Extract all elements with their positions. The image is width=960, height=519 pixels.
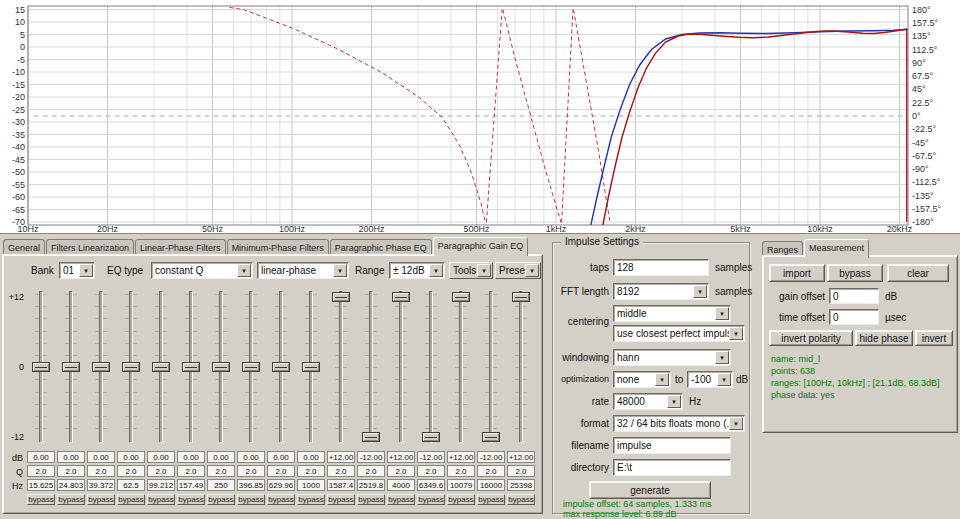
slider-handle[interactable] (92, 362, 110, 372)
slider-track[interactable] (399, 291, 403, 443)
slider-handle[interactable] (512, 292, 530, 302)
rate-select[interactable]: 48000 ▼ (613, 393, 683, 410)
q-value-cell-5[interactable]: 2.0 (147, 465, 175, 477)
eq-band-slider-1[interactable] (27, 289, 55, 445)
gain-value-cell-2[interactable]: 0.00 (57, 451, 85, 463)
windowing-select[interactable]: hann ▼ (613, 349, 731, 366)
bypass-button-5[interactable]: bypass (147, 494, 175, 505)
bypass-button-11[interactable]: bypass (327, 494, 355, 505)
slider-track[interactable] (339, 291, 343, 443)
eq-band-slider-12[interactable] (357, 289, 385, 445)
slider-handle[interactable] (302, 362, 320, 372)
q-value-cell-15[interactable]: 2.0 (447, 465, 475, 477)
slider-handle[interactable] (242, 362, 260, 372)
q-value-cell-10[interactable]: 2.0 (297, 465, 325, 477)
q-value-cell-16[interactable]: 2.0 (477, 465, 505, 477)
bypass-button-13[interactable]: bypass (387, 494, 415, 505)
gain-value-cell-14[interactable]: -12.00 (417, 451, 445, 463)
bypass-button-9[interactable]: bypass (267, 494, 295, 505)
slider-track[interactable] (429, 291, 433, 443)
gain-value-cell-11[interactable]: +12.00 (327, 451, 355, 463)
tab-measurement[interactable]: Measurement (804, 239, 869, 258)
slider-handle[interactable] (272, 362, 290, 372)
gain-value-cell-6[interactable]: 0.00 (177, 451, 205, 463)
slider-handle[interactable] (422, 432, 440, 442)
eq-band-slider-15[interactable] (447, 289, 475, 445)
slider-track[interactable] (489, 291, 493, 443)
eq-band-slider-10[interactable] (297, 289, 325, 445)
eq-band-slider-3[interactable] (87, 289, 115, 445)
hide-phase-button[interactable]: hide phase (855, 330, 913, 346)
bypass-button-6[interactable]: bypass (177, 494, 205, 505)
q-value-cell-3[interactable]: 2.0 (87, 465, 115, 477)
bypass-button-12[interactable]: bypass (357, 494, 385, 505)
slider-handle[interactable] (32, 362, 50, 372)
gain-value-cell-10[interactable]: 0.00 (297, 451, 325, 463)
q-value-cell-1[interactable]: 2.0 (27, 465, 55, 477)
eq-band-slider-5[interactable] (147, 289, 175, 445)
tab-paragraphic-gain-eq[interactable]: Paragraphic Gain EQ (433, 237, 529, 256)
taps-input[interactable]: 128 (613, 259, 709, 276)
slider-handle[interactable] (62, 362, 80, 372)
optimization-select[interactable]: none ▼ (613, 371, 671, 388)
gain-value-cell-3[interactable]: 0.00 (87, 451, 115, 463)
eq-band-slider-9[interactable] (267, 289, 295, 445)
time-offset-input[interactable]: 0 (829, 309, 879, 325)
gain-value-cell-17[interactable]: +12.00 (507, 451, 535, 463)
clear-button[interactable]: clear (887, 264, 949, 282)
gain-value-cell-15[interactable]: +12.00 (447, 451, 475, 463)
phase-type-select[interactable]: linear-phase ▼ (257, 262, 349, 279)
centering-select[interactable]: middle ▼ (613, 305, 731, 322)
slider-track[interactable] (459, 291, 463, 443)
slider-handle[interactable] (482, 432, 500, 442)
gain-value-cell-4[interactable]: 0.00 (117, 451, 145, 463)
optimization-level-select[interactable]: -100 ▼ (687, 371, 733, 388)
q-value-cell-13[interactable]: 2.0 (387, 465, 415, 477)
gain-value-cell-13[interactable]: +12.00 (387, 451, 415, 463)
slider-track[interactable] (519, 291, 523, 443)
presets-menu[interactable]: Presets ▼ (495, 262, 541, 279)
eq-band-slider-7[interactable] (207, 289, 235, 445)
bypass-button-14[interactable]: bypass (417, 494, 445, 505)
slider-handle[interactable] (122, 362, 140, 372)
gain-value-cell-1[interactable]: 0.00 (27, 451, 55, 463)
bypass-button-7[interactable]: bypass (207, 494, 235, 505)
eq-band-slider-4[interactable] (117, 289, 145, 445)
gain-value-cell-7[interactable]: 0.00 (207, 451, 235, 463)
slider-handle[interactable] (212, 362, 230, 372)
gain-offset-input[interactable]: 0 (829, 288, 879, 304)
slider-track[interactable] (369, 291, 373, 443)
import-button[interactable]: import (769, 264, 825, 282)
bypass-button-1[interactable]: bypass (27, 494, 55, 505)
gain-value-cell-16[interactable]: -12.00 (477, 451, 505, 463)
eq-band-slider-6[interactable] (177, 289, 205, 445)
eq-band-slider-13[interactable] (387, 289, 415, 445)
bypass-button-4[interactable]: bypass (117, 494, 145, 505)
bypass-button-2[interactable]: bypass (57, 494, 85, 505)
eq-band-slider-16[interactable] (477, 289, 505, 445)
q-value-cell-9[interactable]: 2.0 (267, 465, 295, 477)
invert-polarity-button[interactable]: invert polarity (769, 330, 853, 346)
bypass-button-8[interactable]: bypass (237, 494, 265, 505)
eq-type-select[interactable]: constant Q ▼ (151, 262, 253, 279)
q-value-cell-6[interactable]: 2.0 (177, 465, 205, 477)
gain-value-cell-5[interactable]: 0.00 (147, 451, 175, 463)
slider-handle[interactable] (362, 432, 380, 442)
slider-handle[interactable] (182, 362, 200, 372)
fft-length-select[interactable]: 8192 ▼ (613, 283, 709, 300)
bypass-button-16[interactable]: bypass (477, 494, 505, 505)
q-value-cell-7[interactable]: 2.0 (207, 465, 235, 477)
format-select[interactable]: 32 / 64 bits floats mono (.txt) ▼ (613, 415, 745, 432)
slider-handle[interactable] (152, 362, 170, 372)
range-select[interactable]: ± 12dB ▼ (389, 262, 445, 279)
slider-handle[interactable] (392, 292, 410, 302)
q-value-cell-11[interactable]: 2.0 (327, 465, 355, 477)
gain-value-cell-9[interactable]: 0.00 (267, 451, 295, 463)
bypass-button-17[interactable]: bypass (507, 494, 535, 505)
bypass-button-10[interactable]: bypass (297, 494, 325, 505)
filename-input[interactable]: impulse (613, 437, 731, 454)
centering-mode-select[interactable]: use closest perfect impulse ▼ (613, 325, 745, 342)
q-value-cell-4[interactable]: 2.0 (117, 465, 145, 477)
eq-band-slider-14[interactable] (417, 289, 445, 445)
directory-input[interactable]: E:\t (613, 459, 731, 476)
